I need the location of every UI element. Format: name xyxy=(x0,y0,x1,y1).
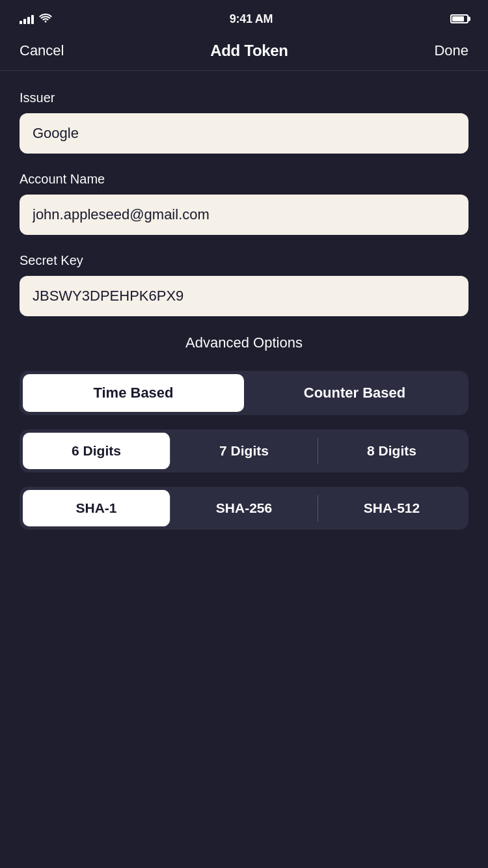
account-name-field-group: Account Name xyxy=(20,172,468,235)
issuer-input[interactable] xyxy=(20,113,468,154)
issuer-label: Issuer xyxy=(20,90,468,105)
secret-key-field-group: Secret Key xyxy=(20,253,468,316)
issuer-field-group: Issuer xyxy=(20,90,468,154)
time-based-option[interactable]: Time Based xyxy=(23,374,244,412)
sha256-option[interactable]: SHA-256 xyxy=(170,490,318,526)
account-name-label: Account Name xyxy=(20,172,468,187)
page-title: Add Token xyxy=(210,42,288,60)
sha1-option[interactable]: SHA-1 xyxy=(23,490,170,526)
counter-based-option[interactable]: Counter Based xyxy=(244,374,465,412)
8-digits-option[interactable]: 8 Digits xyxy=(318,433,465,469)
secret-key-input[interactable] xyxy=(20,276,468,316)
sha512-option[interactable]: SHA-512 xyxy=(318,490,465,526)
7-digits-option[interactable]: 7 Digits xyxy=(170,433,318,469)
nav-bar: Cancel Add Token Done xyxy=(0,35,488,71)
algorithm-toggle: SHA-1 SHA-256 SHA-512 xyxy=(20,487,468,530)
status-left xyxy=(20,12,52,25)
main-content: Issuer Account Name Secret Key Advanced … xyxy=(0,71,488,570)
status-bar: 9:41 AM xyxy=(0,0,488,35)
status-time: 9:41 AM xyxy=(230,12,273,26)
account-name-input[interactable] xyxy=(20,195,468,235)
signal-icon xyxy=(20,14,34,24)
token-type-toggle: Time Based Counter Based xyxy=(20,371,468,415)
6-digits-option[interactable]: 6 Digits xyxy=(23,433,170,469)
battery-icon xyxy=(450,14,468,23)
digits-toggle: 6 Digits 7 Digits 8 Digits xyxy=(20,429,468,472)
advanced-options-title: Advanced Options xyxy=(20,334,468,351)
advanced-options-section: Advanced Options Time Based Counter Base… xyxy=(20,334,468,530)
done-button[interactable]: Done xyxy=(434,42,468,59)
wifi-icon xyxy=(39,12,52,25)
battery-container xyxy=(450,14,468,23)
cancel-button[interactable]: Cancel xyxy=(20,42,64,59)
secret-key-label: Secret Key xyxy=(20,253,468,268)
